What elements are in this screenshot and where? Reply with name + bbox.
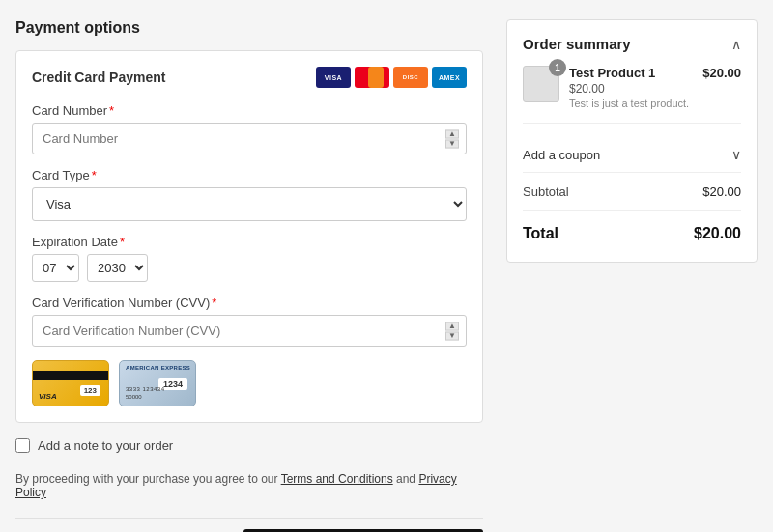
summary-title: Order summary (523, 36, 631, 52)
coupon-toggle-icon: ∨ (731, 147, 741, 162)
summary-toggle-icon[interactable]: ∧ (731, 37, 741, 52)
card-icons: VISA DISC AMEX (316, 67, 467, 88)
cvv-wrapper: ▲ ▼ (32, 315, 467, 347)
visa-icon: VISA (316, 67, 351, 88)
cvv-input[interactable] (32, 315, 467, 347)
amex-number2: 50000 (126, 394, 142, 400)
add-note-checkbox[interactable] (15, 438, 30, 453)
card-type-label: Card Type* (32, 168, 467, 182)
add-note-row: Add a note to your order (15, 438, 483, 453)
subtotal-label: Subtotal (523, 184, 569, 199)
card-type-group: Card Type* Visa Mastercard Discover Amer… (32, 168, 467, 221)
summary-header: Order summary ∧ (523, 36, 741, 52)
add-note-label: Add a note to your order (38, 438, 173, 453)
cvv-spinner-up[interactable]: ▲ (445, 322, 459, 330)
order-summary-box: Order summary ∧ 1 Test Product 1 $20.00 … (506, 19, 758, 263)
cvv-spinner-down[interactable]: ▼ (445, 331, 459, 340)
product-description: Test is just a test product. (569, 98, 693, 109)
visa-card-sample: 123 VISA (32, 360, 109, 406)
card-type-select[interactable]: Visa Mastercard Discover American Expres… (32, 187, 467, 221)
product-price-right: $20.00 (702, 66, 741, 109)
card-number-group: Card Number* ▲ ▼ (32, 103, 467, 154)
subtotal-value: $20.00 (702, 184, 741, 199)
terms-link[interactable]: Terms and Conditions (281, 472, 393, 486)
amex-card-sample: AMERICAN EXPRESS 1234 3333 123434 50000 (119, 360, 196, 406)
subtotal-row: Subtotal $20.00 (523, 173, 741, 211)
amex-icon: AMEX (432, 67, 467, 88)
coupon-label: Add a coupon (523, 148, 600, 162)
total-label: Total (523, 225, 558, 242)
amex-number: 3333 123434 (126, 386, 165, 392)
cvv-group: Card Verification Number (CVV)* ▲ ▼ (32, 295, 467, 347)
card-number-spinner[interactable]: ▲ ▼ (445, 129, 459, 148)
product-qty: 1 (549, 59, 566, 76)
visa-logo-small: VISA (39, 392, 57, 401)
card-number-wrapper: ▲ ▼ (32, 123, 467, 154)
cvv-label: Card Verification Number (CVV)* (32, 295, 467, 310)
product-info: Test Product 1 $20.00 Test is just a tes… (569, 66, 693, 109)
add-coupon-row[interactable]: Add a coupon ∨ (523, 137, 741, 173)
amex-logo-small: AMERICAN EXPRESS (126, 365, 190, 371)
expiry-group: Expiration Date* 01020304 05060708 09101… (32, 235, 467, 282)
payment-box-title: Credit Card Payment (32, 70, 165, 85)
card-sample-images: 123 VISA AMERICAN EXPRESS 1234 3333 1234… (32, 360, 467, 406)
mastercard-icon (355, 67, 389, 88)
cvv-spinner[interactable]: ▲ ▼ (445, 322, 459, 340)
bottom-bar: ← Return to Cart Place Order (15, 518, 483, 532)
visa-cvv-indicator: 123 (80, 385, 100, 396)
card-number-label: Card Number* (32, 103, 467, 118)
terms-text: By proceeding with your purchase you agr… (15, 472, 483, 499)
payment-header: Credit Card Payment VISA DISC AMEX (32, 67, 467, 88)
expiry-month-select[interactable]: 01020304 05060708 09101112 (32, 254, 79, 282)
product-price-sub: $20.00 (569, 82, 693, 96)
product-name: Test Product 1 (569, 66, 693, 80)
product-qty-badge: 1 (523, 66, 559, 109)
total-row: Total $20.00 (523, 211, 741, 246)
page-title: Payment options (15, 19, 483, 37)
total-value: $20.00 (694, 225, 741, 242)
expiry-label: Expiration Date* (32, 235, 467, 249)
visa-stripe (33, 371, 108, 380)
discover-icon: DISC (393, 67, 428, 88)
card-number-input[interactable] (32, 123, 467, 154)
spinner-up[interactable]: ▲ (445, 129, 459, 138)
expiry-year-select[interactable]: 2024202520262027 2028202920302031 (87, 254, 148, 282)
payment-box: Credit Card Payment VISA DISC AMEX Card … (15, 50, 483, 423)
product-row: 1 Test Product 1 $20.00 Test is just a t… (523, 66, 741, 124)
spinner-down[interactable]: ▼ (445, 139, 459, 148)
expiry-row: 01020304 05060708 09101112 2024202520262… (32, 254, 467, 282)
